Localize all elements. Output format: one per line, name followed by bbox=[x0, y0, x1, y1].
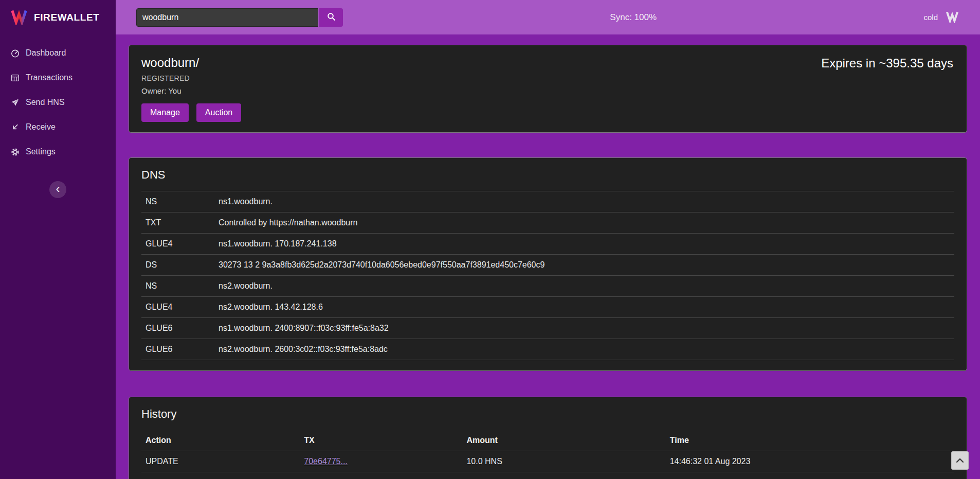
sidebar-item-send-hns[interactable]: Send HNS bbox=[0, 90, 116, 115]
dns-record-type: NS bbox=[141, 276, 214, 297]
domain-owner: Owner: You bbox=[141, 86, 954, 95]
sidebar: FIREWALLET Dashboard bbox=[0, 0, 116, 479]
dns-record-type: GLUE6 bbox=[141, 318, 214, 339]
column-header-amount: Amount bbox=[462, 430, 665, 451]
app-logo: FIREWALLET bbox=[0, 0, 116, 34]
dns-card: DNS NS ns1.woodburn. TXT Controlled by h… bbox=[129, 157, 967, 371]
history-card-title: History bbox=[141, 407, 954, 421]
sidebar-item-receive[interactable]: Receive bbox=[0, 115, 116, 139]
domain-card: woodburn/ REGISTERED Owner: You Manage A… bbox=[129, 45, 967, 133]
sidebar-item-label: Receive bbox=[26, 122, 56, 132]
tx-link[interactable]: 70e64775... bbox=[304, 457, 348, 466]
domain-actions: Manage Auction bbox=[141, 103, 954, 122]
table-row: NS ns1.woodburn. bbox=[141, 191, 954, 212]
history-action: RENEW bbox=[141, 472, 300, 479]
column-header-tx: TX bbox=[300, 430, 462, 451]
history-amount: 10.0 HNS bbox=[462, 472, 665, 479]
dns-record-value: ns1.woodburn. 170.187.241.138 bbox=[214, 234, 954, 255]
history-amount: 10.0 HNS bbox=[462, 451, 665, 472]
table-header-row: Action TX Amount Time bbox=[141, 430, 954, 451]
page-content: woodburn/ REGISTERED Owner: You Manage A… bbox=[116, 34, 980, 479]
scroll-to-top-button[interactable] bbox=[951, 451, 969, 470]
table-row: DS 30273 13 2 9a3a8fb3d625d2a2073d740f10… bbox=[141, 255, 954, 276]
sidebar-item-label: Settings bbox=[26, 147, 56, 156]
sidebar-item-label: Dashboard bbox=[26, 48, 66, 58]
table-row: GLUE6 ns1.woodburn. 2400:8907::f03c:93ff… bbox=[141, 318, 954, 339]
auction-button[interactable]: Auction bbox=[196, 103, 241, 122]
chevron-left-icon: ‹ bbox=[56, 182, 60, 196]
search-input[interactable] bbox=[136, 8, 318, 27]
dns-record-value: 30273 13 2 9a3a8fb3d625d2a2073d740f10da6… bbox=[214, 255, 954, 276]
sync-status: Sync: 100% bbox=[610, 12, 657, 23]
search-button[interactable] bbox=[319, 8, 343, 27]
sidebar-item-settings[interactable]: Settings bbox=[0, 139, 116, 164]
wallet-name-label: cold bbox=[923, 13, 938, 22]
chevron-up-icon bbox=[956, 457, 964, 465]
table-row: GLUE4 ns1.woodburn. 170.187.241.138 bbox=[141, 234, 954, 255]
dns-record-value: ns2.woodburn. 143.42.128.6 bbox=[214, 297, 954, 318]
dns-record-value: ns1.woodburn. 2400:8907::f03c:93ff:fe5a:… bbox=[214, 318, 954, 339]
table-row: NS ns2.woodburn. bbox=[141, 276, 954, 297]
table-row: GLUE4 ns2.woodburn. 143.42.128.6 bbox=[141, 297, 954, 318]
dns-record-type: DS bbox=[141, 255, 214, 276]
dns-record-type: NS bbox=[141, 191, 214, 212]
firewallet-logo-icon bbox=[10, 8, 28, 27]
dns-record-value: ns2.woodburn. 2600:3c02::f03c:93ff:fe5a:… bbox=[214, 339, 954, 360]
table-row: TXT Controlled by https://nathan.woodbur… bbox=[141, 212, 954, 234]
search-group bbox=[136, 8, 343, 27]
firewallet-logo-icon bbox=[944, 10, 960, 25]
sidebar-item-label: Transactions bbox=[26, 73, 72, 82]
search-icon bbox=[327, 12, 336, 23]
sidebar-item-dashboard[interactable]: Dashboard bbox=[0, 41, 116, 65]
column-header-action: Action bbox=[141, 430, 300, 451]
dns-record-type: GLUE4 bbox=[141, 297, 214, 318]
sidebar-nav: Dashboard Transactions bbox=[0, 41, 116, 164]
history-time: 14:46:32 01 Aug 2023 bbox=[666, 451, 954, 472]
dns-record-type: GLUE4 bbox=[141, 234, 214, 255]
column-header-time: Time bbox=[666, 430, 954, 451]
sidebar-collapse-button[interactable]: ‹ bbox=[49, 181, 66, 198]
domain-status: REGISTERED bbox=[141, 74, 954, 82]
manage-button[interactable]: Manage bbox=[141, 103, 189, 122]
history-tx: 70e64775... bbox=[300, 451, 462, 472]
table-row: GLUE6 ns2.woodburn. 2600:3c02::f03c:93ff… bbox=[141, 339, 954, 360]
app-window: FIREWALLET Dashboard bbox=[0, 0, 980, 479]
history-tx: c2a81f90... bbox=[300, 472, 462, 479]
history-action: UPDATE bbox=[141, 451, 300, 472]
history-time: 15:45:06 07 Jul 2023 bbox=[666, 472, 954, 479]
send-icon bbox=[10, 98, 20, 107]
app-title: FIREWALLET bbox=[34, 12, 99, 23]
sidebar-item-label: Send HNS bbox=[26, 98, 65, 107]
dns-record-value: ns2.woodburn. bbox=[214, 276, 954, 297]
table-icon bbox=[10, 74, 20, 82]
dns-card-title: DNS bbox=[141, 168, 954, 182]
sidebar-item-transactions[interactable]: Transactions bbox=[0, 65, 116, 90]
topbar: Sync: 100% cold bbox=[116, 0, 980, 34]
gear-icon bbox=[10, 148, 20, 156]
dns-record-value: Controlled by https://nathan.woodburn bbox=[214, 212, 954, 234]
main-area: Sync: 100% cold woodburn/ REGISTERED Own… bbox=[116, 0, 980, 479]
history-card: History Action TX Amount Time bbox=[129, 397, 967, 479]
expires-label: Expires in ~395.35 days bbox=[821, 56, 953, 70]
dns-record-type: GLUE6 bbox=[141, 339, 214, 360]
dns-record-value: ns1.woodburn. bbox=[214, 191, 954, 212]
table-row: UPDATE 70e64775... 10.0 HNS 14:46:32 01 … bbox=[141, 451, 954, 472]
table-row: RENEW c2a81f90... 10.0 HNS 15:45:06 07 J… bbox=[141, 472, 954, 479]
speedometer-icon bbox=[10, 49, 20, 58]
wallet-indicator[interactable]: cold bbox=[923, 10, 960, 25]
history-table: Action TX Amount Time UPDATE 70e64775... bbox=[141, 430, 954, 479]
dns-record-type: TXT bbox=[141, 212, 214, 234]
dns-table: NS ns1.woodburn. TXT Controlled by https… bbox=[141, 191, 954, 360]
receive-icon bbox=[10, 123, 20, 132]
